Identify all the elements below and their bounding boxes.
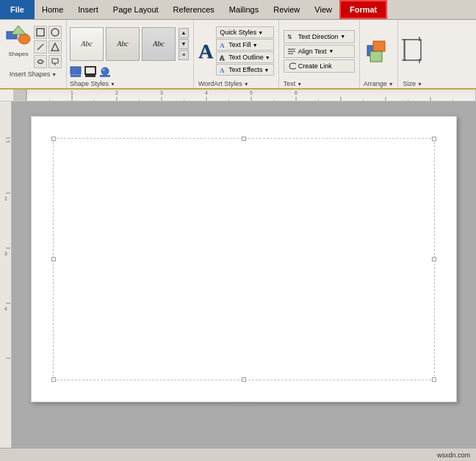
wordart-styles-expand-icon[interactable]: ▼: [244, 81, 249, 87]
wordart-styles-text: WordArt Styles: [198, 80, 242, 87]
handle-bottom-center[interactable]: [242, 377, 246, 382]
handle-middle-right[interactable]: [432, 257, 436, 261]
handle-bottom-left[interactable]: [51, 377, 56, 382]
wordart-icon: A: [198, 41, 213, 62]
shape-styles-content: Abc Abc Abc ▲ ▼ ≡: [70, 23, 190, 65]
shape-style-1[interactable]: Abc: [70, 27, 104, 61]
shape-styles-label: Shape Styles ▼: [70, 79, 190, 88]
shape-style-items: Abc Abc Abc: [70, 27, 176, 61]
size-text: Size: [403, 80, 416, 87]
text-outline-label: Text Outline: [228, 54, 264, 61]
wordart-styles-label: WordArt Styles ▼: [198, 79, 274, 88]
menu-file[interactable]: File: [0, 0, 35, 19]
text-outline-btn[interactable]: A Text Outline ▼: [216, 51, 273, 63]
text-effects-btn[interactable]: A Text Effects ▼: [216, 64, 273, 76]
resize-dots-top: · · · · ·: [230, 111, 258, 117]
menu-references[interactable]: References: [166, 0, 222, 19]
small-shapes-grid: [34, 23, 62, 68]
text-direction-arrow-icon: ▼: [340, 34, 345, 39]
text-direction-label: Text Direction: [298, 33, 339, 40]
below-ribbon: 1 2 3 4 5 6: [0, 90, 476, 448]
wordart-button-group: Quick Styles ▼ A Text Fill ▼ A Text Outl…: [216, 26, 273, 76]
app-window: File Home Insert Page Layout References …: [0, 0, 476, 461]
scroll-up-btn[interactable]: ▲: [178, 28, 189, 38]
svg-rect-9: [85, 67, 95, 74]
shape-small-1[interactable]: [34, 26, 47, 39]
svg-text:A: A: [220, 67, 225, 73]
svg-line-5: [37, 44, 43, 50]
quick-styles-btn[interactable]: Quick Styles ▼: [216, 26, 273, 38]
status-bar: wsxdn.com: [0, 448, 476, 461]
menu-page-layout[interactable]: Page Layout: [106, 0, 166, 19]
svg-text:2: 2: [4, 196, 7, 201]
shape-style-3[interactable]: Abc: [142, 27, 176, 61]
handle-middle-left[interactable]: [51, 257, 56, 261]
svg-rect-8: [71, 75, 81, 77]
scroll-more-btn[interactable]: ≡: [178, 50, 189, 60]
shape-small-3[interactable]: [34, 40, 47, 54]
shape-styles-expand-icon[interactable]: ▼: [110, 81, 115, 87]
shape-fill-btn[interactable]: [70, 66, 82, 78]
handle-top-right[interactable]: [432, 137, 436, 141]
create-link-label: Create Link: [298, 62, 332, 70]
create-link-btn[interactable]: Create Link: [284, 59, 355, 73]
shape-small-5[interactable]: [34, 55, 47, 68]
insert-shapes-expand-icon[interactable]: ▼: [51, 72, 57, 77]
menu-view[interactable]: View: [307, 0, 339, 19]
menu-insert[interactable]: Insert: [71, 0, 106, 19]
shape-effects-btn[interactable]: [99, 66, 111, 78]
svg-point-11: [101, 68, 109, 75]
svg-text:1: 1: [5, 140, 10, 143]
shape-styles-group: Abc Abc Abc ▲ ▼ ≡: [67, 20, 194, 88]
text-box[interactable]: [53, 138, 435, 380]
shape-styles-text: Shape Styles: [70, 80, 109, 87]
shape-style-2[interactable]: Abc: [106, 27, 140, 61]
align-text-btn[interactable]: Align Text ▼: [284, 45, 355, 58]
svg-point-1: [18, 34, 30, 44]
ruler-body: 1 2 3 4 5 6: [26, 90, 476, 101]
svg-text:⇅: ⇅: [287, 34, 292, 40]
text-fill-btn[interactable]: A Text Fill ▼: [216, 39, 273, 51]
text-direction-btn[interactable]: ⇅ Text Direction ▼: [284, 30, 355, 43]
menu-mailings[interactable]: Mailings: [222, 0, 266, 19]
text-effects-arrow-icon: ▼: [264, 68, 270, 73]
menu-format[interactable]: Format: [339, 0, 387, 19]
watermark-text: wsxdn.com: [437, 451, 470, 459]
svg-marker-6: [51, 43, 59, 51]
svg-rect-3: [37, 29, 44, 36]
arrange-expand-icon[interactable]: ▼: [389, 81, 394, 87]
menu-bar: File Home Insert Page Layout References …: [0, 0, 476, 20]
shapes-large-icon[interactable]: Shapes: [4, 23, 32, 59]
shapes-row2: [34, 40, 62, 54]
svg-rect-13: [100, 75, 110, 77]
svg-text:1: 1: [71, 90, 73, 95]
arrange-icon[interactable]: [366, 23, 391, 79]
handle-bottom-right[interactable]: [432, 377, 436, 382]
shape-styles-scroll: ▲ ▼ ≡: [177, 26, 190, 62]
quick-styles-label: Quick Styles: [220, 29, 256, 36]
svg-text:4: 4: [4, 306, 7, 311]
svg-rect-10: [85, 75, 95, 77]
svg-point-4: [51, 29, 59, 36]
text-group-label: Text ▼: [284, 79, 355, 88]
shape-fill-area: [70, 65, 190, 79]
shape-outline-btn[interactable]: [84, 66, 96, 78]
menu-home[interactable]: Home: [35, 0, 71, 19]
shape-small-6[interactable]: [48, 55, 62, 68]
scroll-down-btn[interactable]: ▼: [178, 39, 189, 49]
insert-shapes-label: Insert Shapes ▼: [10, 70, 57, 79]
wordart-styles-group: A Quick Styles ▼ A Text Fill ▼: [194, 20, 279, 88]
handle-top-left[interactable]: [51, 137, 56, 141]
menu-review[interactable]: Review: [266, 0, 307, 19]
shape-small-4[interactable]: [48, 40, 62, 54]
vertical-ruler: 1 2 3 4: [0, 101, 12, 448]
text-expand-icon[interactable]: ▼: [297, 81, 302, 87]
text-fill-arrow-icon: ▼: [253, 43, 258, 48]
svg-text:4: 4: [205, 90, 208, 95]
svg-text:3: 3: [4, 251, 7, 256]
shape-small-2[interactable]: [48, 26, 62, 39]
size-icon[interactable]: [402, 23, 424, 79]
handle-top-center[interactable]: [242, 137, 246, 141]
size-expand-icon[interactable]: ▼: [417, 81, 422, 87]
text-buttons-area: ⇅ Text Direction ▼ Align Text ▼: [284, 23, 355, 79]
